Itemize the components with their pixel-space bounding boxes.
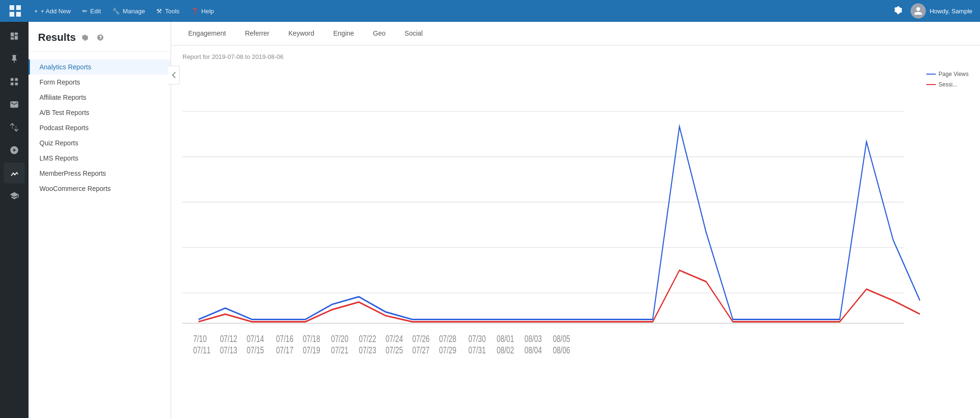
- svg-text:07/14: 07/14: [247, 333, 264, 344]
- manage-nav[interactable]: 🔧 Manage: [112, 8, 145, 15]
- svg-text:07/27: 07/27: [412, 345, 430, 353]
- svg-text:07/28: 07/28: [439, 333, 457, 344]
- tab-geo[interactable]: Geo: [364, 23, 395, 45]
- nav-podcast-reports[interactable]: Podcast Reports: [29, 120, 171, 135]
- nav-analytics-reports[interactable]: Analytics Reports: [29, 59, 171, 75]
- page-views-legend-line: [926, 74, 936, 75]
- help-icon: ❓: [191, 8, 199, 15]
- edit-nav[interactable]: ✏ Edit: [82, 8, 101, 15]
- svg-rect-3: [16, 12, 21, 17]
- sidebar-item-arrows[interactable]: [4, 117, 25, 138]
- svg-text:07/11: 07/11: [193, 345, 211, 353]
- nav-ab-test-reports[interactable]: A/B Test Reports: [29, 105, 171, 120]
- sidebar-item-pin[interactable]: [4, 48, 25, 69]
- settings-icon[interactable]: [79, 32, 91, 43]
- top-navigation: + + Add New ✏ Edit 🔧 Manage ⚒ Tools ❓ He…: [0, 0, 980, 22]
- svg-text:07/30: 07/30: [468, 333, 486, 344]
- chart-container: Page Views Sessi...: [183, 66, 969, 404]
- nav-memberpress-reports[interactable]: MemberPress Reports: [29, 166, 171, 181]
- sidebar-item-table[interactable]: [4, 71, 25, 92]
- svg-text:08/01: 08/01: [497, 333, 514, 344]
- left-panel: Results Analytics Reports Form Reports A…: [29, 22, 171, 418]
- user-menu[interactable]: Howdy, Sample: [911, 3, 972, 19]
- line-chart-svg: 7/10 07/11 07/12 07/13 07/14 07/15 07/16…: [183, 66, 931, 353]
- results-header: Results: [29, 22, 171, 52]
- chart-legend: Page Views Sessi...: [926, 71, 969, 88]
- settings-gear-icon[interactable]: [894, 5, 903, 17]
- sidebar-item-chart[interactable]: [4, 162, 25, 183]
- tab-keyword[interactable]: Keyword: [279, 23, 324, 45]
- tab-engagement[interactable]: Engagement: [179, 23, 235, 45]
- svg-text:08/05: 08/05: [553, 333, 570, 344]
- svg-rect-2: [10, 12, 14, 17]
- svg-text:07/24: 07/24: [385, 333, 403, 344]
- help-circle-icon[interactable]: [95, 32, 106, 43]
- sidebar-item-graduation[interactable]: [4, 185, 25, 206]
- edit-icon: ✏: [82, 8, 87, 15]
- add-new-nav[interactable]: + + Add New: [34, 8, 71, 15]
- svg-text:07/29: 07/29: [439, 345, 457, 353]
- tools-nav[interactable]: ⚒ Tools: [156, 8, 179, 15]
- svg-text:08/03: 08/03: [525, 333, 542, 344]
- svg-text:07/18: 07/18: [303, 333, 320, 344]
- collapse-panel-button[interactable]: [168, 66, 180, 85]
- nav-lms-reports[interactable]: LMS Reports: [29, 151, 171, 166]
- chart-date-range: Report for 2019-07-08 to 2019-08-06: [183, 53, 969, 60]
- svg-text:07/20: 07/20: [331, 333, 349, 344]
- svg-text:07/16: 07/16: [276, 333, 294, 344]
- wrench-icon: 🔧: [112, 8, 120, 15]
- nav-woocommerce-reports[interactable]: WooCommerce Reports: [29, 181, 171, 196]
- svg-text:07/23: 07/23: [359, 345, 376, 353]
- svg-rect-1: [16, 5, 21, 10]
- sidebar-item-dashboard[interactable]: [4, 26, 25, 47]
- svg-text:07/26: 07/26: [412, 333, 430, 344]
- svg-text:07/31: 07/31: [468, 345, 486, 353]
- sessions-legend-label: Sessi...: [939, 81, 957, 88]
- legend-page-views: Page Views: [926, 71, 969, 77]
- tab-engine[interactable]: Engine: [324, 23, 364, 45]
- tab-social[interactable]: Social: [395, 23, 432, 45]
- svg-text:7/10: 7/10: [193, 333, 206, 344]
- help-nav[interactable]: ❓ Help: [191, 8, 214, 15]
- svg-text:07/17: 07/17: [276, 345, 294, 353]
- page-title: Results: [38, 31, 76, 44]
- tab-referrer[interactable]: Referrer: [235, 23, 279, 45]
- svg-text:08/02: 08/02: [497, 345, 514, 353]
- nav-quiz-reports[interactable]: Quiz Reports: [29, 135, 171, 151]
- sessions-legend-line: [926, 84, 936, 85]
- nav-affiliate-reports[interactable]: Affiliate Reports: [29, 90, 171, 105]
- svg-text:08/04: 08/04: [525, 345, 542, 353]
- svg-text:07/22: 07/22: [359, 333, 376, 344]
- sidebar-item-mail[interactable]: [4, 94, 25, 115]
- sidebar-item-target[interactable]: [4, 140, 25, 161]
- user-greeting: Howdy, Sample: [930, 8, 972, 15]
- chart-area: Report for 2019-07-08 to 2019-08-06 Page…: [171, 46, 980, 418]
- avatar: [911, 3, 926, 19]
- tools-icon: ⚒: [156, 8, 162, 15]
- nav-form-reports[interactable]: Form Reports: [29, 75, 171, 90]
- svg-text:07/19: 07/19: [303, 345, 320, 353]
- svg-rect-0: [10, 5, 14, 10]
- svg-text:07/25: 07/25: [385, 345, 403, 353]
- legend-sessions: Sessi...: [926, 81, 969, 88]
- svg-text:07/13: 07/13: [220, 345, 238, 353]
- svg-text:07/15: 07/15: [247, 345, 264, 353]
- svg-text:07/21: 07/21: [331, 345, 349, 353]
- tabs-row: Engagement Referrer Keyword Engine Geo S…: [171, 22, 980, 46]
- page-views-legend-label: Page Views: [939, 71, 969, 77]
- svg-text:07/12: 07/12: [220, 333, 238, 344]
- main-content: Engagement Referrer Keyword Engine Geo S…: [171, 22, 980, 418]
- app-logo: [8, 3, 23, 19]
- sidebar-navigation: Analytics Reports Form Reports Affiliate…: [29, 52, 171, 204]
- svg-text:08/06: 08/06: [553, 345, 570, 353]
- plus-icon: +: [34, 8, 38, 15]
- icon-sidebar: [0, 22, 29, 418]
